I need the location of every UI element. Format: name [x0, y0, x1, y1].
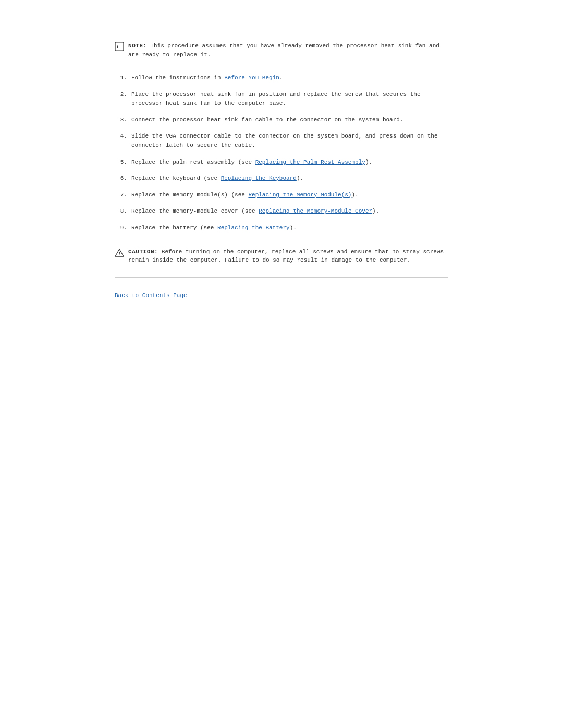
svg-text:i: i: [117, 44, 118, 50]
step-4-content: Slide the VGA connector cable to the con…: [131, 132, 448, 150]
step-3: 3. Connect the processor heat sink fan c…: [115, 116, 448, 125]
step-3-content: Connect the processor heat sink fan cabl…: [131, 116, 448, 125]
note-text: NOTE: This procedure assumes that you ha…: [128, 42, 448, 59]
step-7-link[interactable]: Replacing the Memory Module(s): [248, 192, 351, 198]
step-7-text-after: ).: [351, 192, 358, 198]
step-9-content: Replace the battery (see Replacing the B…: [131, 224, 448, 233]
step-1-num: 1.: [115, 73, 127, 83]
step-6: 6. Replace the keyboard (see Replacing t…: [115, 174, 448, 183]
step-4-num: 4.: [115, 132, 127, 141]
caution-label: CAUTION:: [128, 249, 158, 255]
step-6-content: Replace the keyboard (see Replacing the …: [131, 174, 448, 183]
step-9-link[interactable]: Replacing the Battery: [217, 225, 290, 231]
note-block: i NOTE: This procedure assumes that you …: [115, 42, 448, 59]
step-5-num: 5.: [115, 158, 127, 167]
step-3-num: 3.: [115, 116, 127, 125]
step-6-text-after: ).: [297, 175, 303, 181]
step-9-text-after: ).: [290, 225, 297, 231]
note-body: This procedure assumes that you have alr…: [128, 43, 439, 58]
step-2-content: Place the processor heat sink fan in pos…: [131, 90, 448, 108]
step-4: 4. Slide the VGA connector cable to the …: [115, 132, 448, 150]
step-1-text-before: Follow the instructions in: [131, 75, 224, 81]
step-8-link[interactable]: Replacing the Memory-Module Cover: [259, 208, 372, 214]
steps-list: 1. Follow the instructions in Before You…: [115, 73, 448, 233]
step-9-text-before: Replace the battery (see: [131, 225, 217, 231]
step-1-text-after: .: [279, 75, 283, 81]
caution-text: CAUTION: Before turning on the computer,…: [128, 248, 448, 265]
svg-text:!: !: [119, 251, 120, 256]
step-9-num: 9.: [115, 224, 127, 233]
step-5-text-before: Replace the palm rest assembly (see: [131, 159, 255, 165]
step-7: 7. Replace the memory module(s) (see Rep…: [115, 191, 448, 200]
step-7-content: Replace the memory module(s) (see Replac…: [131, 191, 448, 200]
step-6-num: 6.: [115, 174, 127, 183]
note-icon: i: [115, 42, 124, 53]
step-5: 5. Replace the palm rest assembly (see R…: [115, 158, 448, 167]
caution-body: Before turning on the computer, replace …: [128, 249, 444, 264]
step-5-link[interactable]: Replacing the Palm Rest Assembly: [255, 159, 365, 165]
step-1-link[interactable]: Before You Begin: [224, 75, 279, 81]
page-container: i NOTE: This procedure assumes that you …: [52, 0, 511, 340]
step-8: 8. Replace the memory-module cover (see …: [115, 207, 448, 216]
step-8-num: 8.: [115, 207, 127, 216]
step-8-text-after: ).: [372, 208, 379, 214]
step-6-link[interactable]: Replacing the Keyboard: [221, 175, 297, 181]
back-to-contents-link[interactable]: Back to Contents Page: [115, 292, 187, 299]
step-7-num: 7.: [115, 191, 127, 200]
step-5-content: Replace the palm rest assembly (see Repl…: [131, 158, 448, 167]
step-5-text-after: ).: [365, 159, 372, 165]
caution-block: ! CAUTION: Before turning on the compute…: [115, 248, 448, 278]
caution-icon: !: [115, 248, 124, 257]
step-1: 1. Follow the instructions in Before You…: [115, 73, 448, 83]
step-6-text-before: Replace the keyboard (see: [131, 175, 221, 181]
step-2: 2. Place the processor heat sink fan in …: [115, 90, 448, 108]
step-8-text-before: Replace the memory-module cover (see: [131, 208, 259, 214]
step-9: 9. Replace the battery (see Replacing th…: [115, 224, 448, 233]
step-7-text-before: Replace the memory module(s) (see: [131, 192, 248, 198]
note-label: NOTE:: [128, 43, 147, 49]
step-8-content: Replace the memory-module cover (see Rep…: [131, 207, 448, 216]
step-2-num: 2.: [115, 90, 127, 100]
step-1-content: Follow the instructions in Before You Be…: [131, 73, 448, 83]
